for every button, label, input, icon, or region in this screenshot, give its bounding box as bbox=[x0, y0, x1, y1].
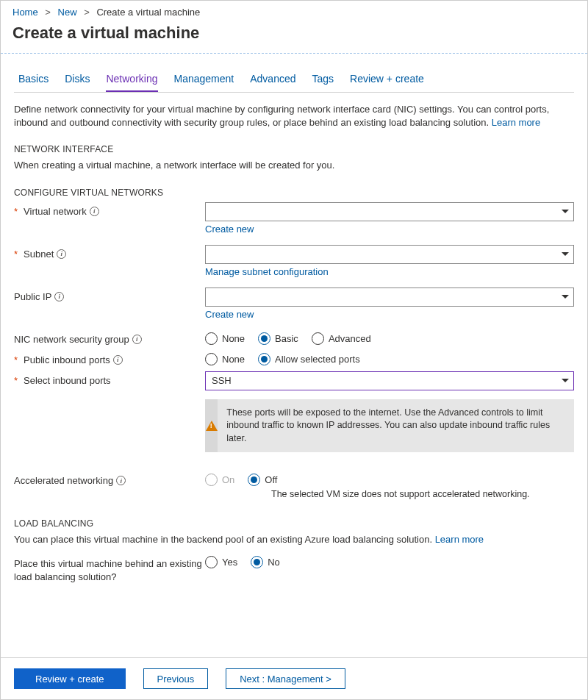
radio-nsg-basic[interactable]: Basic bbox=[258, 332, 298, 345]
required-marker: * bbox=[14, 206, 18, 217]
required-marker: * bbox=[14, 249, 18, 260]
tabs: Basics Disks Networking Management Advan… bbox=[14, 68, 574, 93]
info-icon[interactable]: i bbox=[113, 355, 123, 365]
radio-ports-none[interactable]: None bbox=[205, 353, 245, 365]
learn-more-link[interactable]: Learn more bbox=[492, 117, 540, 128]
radio-group-lb: Yes No bbox=[205, 554, 574, 568]
accel-net-hint: The selected VM size does not support ac… bbox=[205, 486, 574, 499]
label-place-behind-lb: Place this virtual machine behind an exi… bbox=[14, 557, 205, 584]
tab-disks[interactable]: Disks bbox=[65, 68, 90, 92]
breadcrumb-new[interactable]: New bbox=[58, 7, 77, 18]
info-icon[interactable]: i bbox=[132, 335, 142, 344]
select-subnet[interactable] bbox=[205, 245, 574, 264]
radio-group-inbound-ports: None Allow selected ports bbox=[205, 351, 574, 365]
chevron-down-icon bbox=[562, 252, 569, 256]
radio-accel-on: On bbox=[205, 474, 234, 486]
label-virtual-network: Virtual network bbox=[24, 206, 87, 217]
tab-networking[interactable]: Networking bbox=[106, 68, 157, 92]
radio-nsg-none[interactable]: None bbox=[205, 332, 245, 345]
intro-text: Define network connectivity for your vir… bbox=[14, 103, 574, 129]
bottom-bar: Review + create Previous Next : Manageme… bbox=[1, 657, 587, 699]
radio-ports-allow[interactable]: Allow selected ports bbox=[258, 353, 360, 365]
section-load-balancing: LOAD BALANCING bbox=[14, 518, 574, 529]
warning-text: These ports will be exposed to the inter… bbox=[218, 399, 574, 453]
label-public-ip: Public IP bbox=[14, 291, 51, 302]
review-create-button[interactable]: Review + create bbox=[14, 668, 126, 689]
tab-basics[interactable]: Basics bbox=[18, 68, 49, 92]
warning-icon bbox=[206, 421, 218, 431]
label-subnet: Subnet bbox=[24, 249, 54, 260]
required-marker: * bbox=[14, 354, 18, 365]
radio-lb-no[interactable]: No bbox=[251, 556, 280, 568]
label-accel-net: Accelerated networking bbox=[14, 475, 113, 486]
breadcrumb-current: Create a virtual machine bbox=[96, 7, 200, 18]
label-select-ports: Select inbound ports bbox=[24, 375, 111, 386]
info-icon[interactable]: i bbox=[54, 292, 64, 301]
chevron-down-icon bbox=[562, 210, 569, 213]
learn-more-lb-link[interactable]: Learn more bbox=[435, 534, 484, 545]
create-new-vnet-link[interactable]: Create new bbox=[205, 224, 254, 235]
chevron-down-icon bbox=[562, 295, 569, 299]
tab-tags[interactable]: Tags bbox=[312, 68, 334, 92]
info-icon[interactable]: i bbox=[116, 476, 126, 485]
select-virtual-network[interactable] bbox=[205, 202, 574, 221]
load-balancing-text: You can place this virtual machine in th… bbox=[14, 533, 574, 546]
breadcrumb: Home > New > Create a virtual machine bbox=[1, 1, 587, 21]
chevron-down-icon bbox=[562, 379, 569, 382]
tab-review[interactable]: Review + create bbox=[350, 68, 424, 92]
manage-subnet-link[interactable]: Manage subnet configuration bbox=[205, 266, 329, 277]
tab-advanced[interactable]: Advanced bbox=[250, 68, 295, 92]
radio-group-nic-nsg: None Basic Advanced bbox=[205, 330, 574, 345]
breadcrumb-home[interactable]: Home bbox=[12, 7, 38, 18]
select-public-ip[interactable] bbox=[205, 288, 574, 307]
next-button[interactable]: Next : Management > bbox=[226, 668, 345, 689]
network-interface-text: When creating a virtual machine, a netwo… bbox=[14, 159, 574, 172]
select-inbound-ports[interactable]: SSH bbox=[205, 371, 574, 390]
tab-management[interactable]: Management bbox=[174, 68, 234, 92]
breadcrumb-sep: > bbox=[45, 7, 51, 18]
create-new-ip-link[interactable]: Create new bbox=[205, 309, 254, 320]
divider bbox=[1, 53, 587, 54]
label-inbound-ports: Public inbound ports bbox=[24, 354, 110, 365]
radio-accel-off[interactable]: Off bbox=[248, 474, 277, 486]
info-icon[interactable]: i bbox=[57, 249, 66, 259]
page-title: Create a virtual machine bbox=[1, 21, 587, 53]
radio-group-accel-net: On Off bbox=[205, 471, 574, 486]
radio-nsg-advanced[interactable]: Advanced bbox=[312, 332, 371, 345]
previous-button[interactable]: Previous bbox=[143, 668, 209, 689]
label-nic-nsg: NIC network security group bbox=[14, 334, 129, 345]
section-configure-vnet: CONFIGURE VIRTUAL NETWORKS bbox=[14, 188, 574, 198]
info-icon[interactable]: i bbox=[90, 207, 99, 216]
warning-box: These ports will be exposed to the inter… bbox=[205, 399, 574, 453]
breadcrumb-sep: > bbox=[84, 7, 90, 18]
required-marker: * bbox=[14, 375, 18, 386]
section-network-interface: NETWORK INTERFACE bbox=[14, 144, 574, 154]
radio-lb-yes[interactable]: Yes bbox=[205, 556, 237, 568]
